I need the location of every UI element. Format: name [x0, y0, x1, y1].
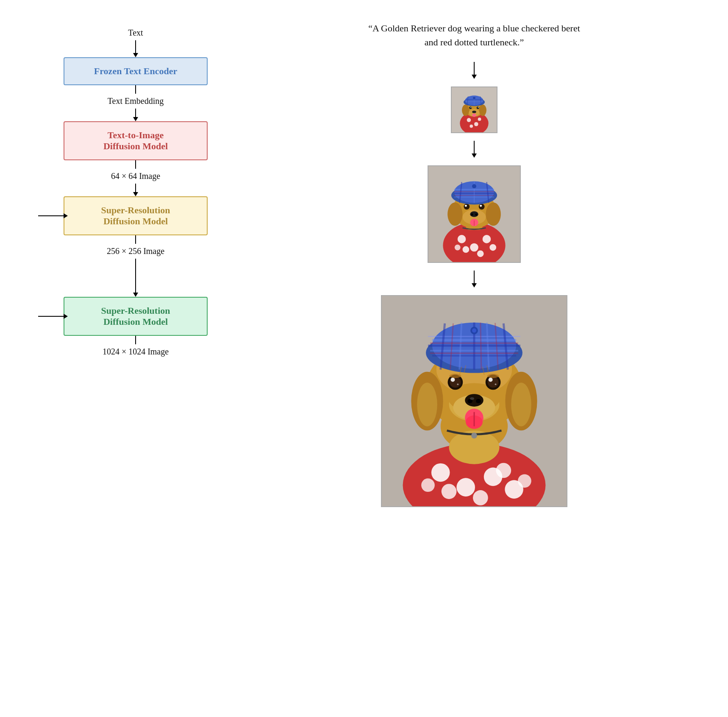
svg-point-74: [417, 382, 437, 426]
sr1-step: Super-Resolution Diffusion Model: [25, 196, 246, 235]
medium-dog-image: [428, 165, 521, 263]
text-embedding-label: Text Embedding: [108, 96, 164, 106]
small-dog-image: [451, 86, 497, 133]
svg-point-22: [473, 97, 475, 99]
arrow-64image: [133, 184, 138, 196]
example-output-panel: “A Golden Retriever dog wearing a blue c…: [246, 17, 703, 700]
arrow-small-to-medium: [472, 141, 477, 158]
svg-point-32: [455, 245, 461, 251]
svg-point-41: [464, 204, 470, 209]
prompt-quote: “A Golden Retriever dog wearing a blue c…: [364, 21, 584, 49]
svg-point-82: [476, 399, 481, 403]
svg-point-112: [472, 329, 476, 333]
svg-point-23: [472, 114, 476, 117]
svg-point-55: [472, 184, 476, 188]
svg-point-39: [471, 214, 473, 216]
svg-point-65: [473, 490, 488, 505]
text-to-image-diffusion-box: Text-to-Image Diffusion Model: [64, 121, 208, 160]
svg-point-116: [471, 432, 477, 438]
svg-point-12: [477, 106, 479, 109]
image64-label: 64 × 64 Image: [111, 171, 160, 181]
svg-point-43: [465, 205, 467, 207]
svg-point-89: [489, 378, 493, 382]
svg-point-8: [479, 104, 486, 116]
svg-point-60: [431, 463, 450, 482]
svg-point-7: [462, 104, 469, 116]
svg-point-88: [451, 378, 455, 382]
arrow-diffusion1-to-sr1: [135, 160, 136, 169]
svg-point-26: [458, 235, 466, 243]
svg-point-30: [477, 250, 484, 257]
svg-point-42: [479, 204, 485, 209]
svg-point-10: [472, 111, 476, 113]
sr2-step: Super-Resolution Diffusion Model: [25, 297, 246, 336]
arrow-embedding: [133, 109, 138, 121]
svg-line-109: [481, 323, 481, 370]
svg-point-75: [511, 382, 531, 426]
arrow-sr1-to-sr2: [135, 235, 136, 244]
svg-point-35: [447, 203, 462, 226]
sr2-diffusion-box: Super-Resolution Diffusion Model: [64, 297, 208, 336]
svg-point-5: [478, 117, 481, 121]
input-text-label: Text: [128, 28, 143, 38]
arrow-encoder-to-diffusion1: [135, 85, 136, 94]
image1024-label: 1024 × 1024 Image: [103, 347, 169, 357]
side-arrow-sr2: [38, 314, 68, 319]
svg-point-13: [470, 107, 471, 108]
svg-point-31: [489, 244, 496, 251]
sr1-diffusion-box: Super-Resolution Diffusion Model: [64, 196, 208, 235]
image256-label: 256 × 256 Image: [107, 246, 164, 256]
svg-point-66: [496, 463, 511, 478]
svg-point-64: [442, 484, 457, 499]
pipeline-diagram: Text Frozen Text Encoder Text Embedding …: [25, 17, 246, 700]
svg-point-61: [456, 478, 475, 497]
side-arrow-sr1: [38, 213, 68, 218]
svg-point-90: [457, 383, 458, 385]
svg-point-36: [486, 203, 500, 226]
svg-point-91: [495, 383, 497, 385]
svg-point-11: [469, 106, 472, 109]
svg-point-29: [463, 246, 470, 253]
svg-point-4: [470, 125, 473, 128]
large-dog-image: [381, 295, 567, 507]
svg-point-14: [478, 107, 479, 108]
arrow-quote-to-small: [472, 62, 477, 79]
svg-point-27: [470, 243, 478, 252]
svg-point-67: [421, 478, 435, 492]
svg-point-93: [487, 374, 499, 378]
arrow-sr2-to-output: [135, 336, 136, 344]
svg-point-83: [470, 397, 474, 400]
svg-point-40: [475, 214, 477, 216]
frozen-text-encoder-box: Frozen Text Encoder: [64, 57, 208, 85]
arrow-medium-to-large: [472, 271, 477, 287]
svg-point-2: [467, 118, 471, 122]
arrow-256image: [133, 259, 138, 297]
svg-point-28: [483, 235, 491, 243]
svg-point-68: [518, 474, 531, 488]
svg-point-44: [480, 205, 482, 207]
arrow-text-to-encoder: [133, 40, 138, 57]
svg-point-3: [474, 122, 478, 126]
